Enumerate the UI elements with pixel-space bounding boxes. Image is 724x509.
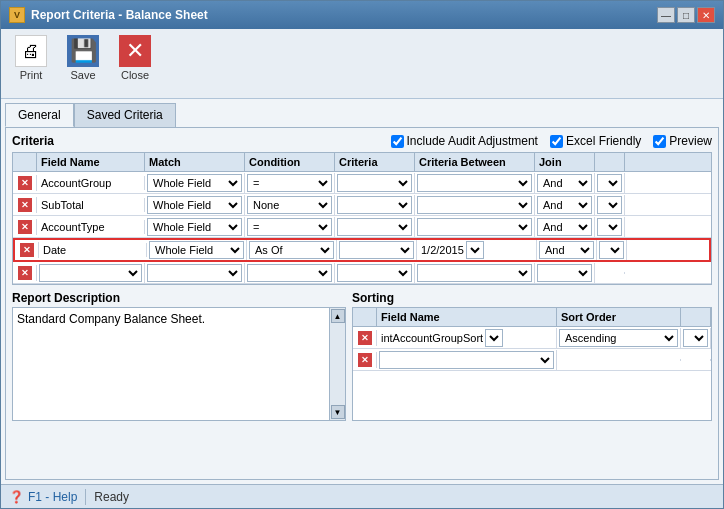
row1-criteria-select[interactable] [337,174,412,192]
excel-friendly-option[interactable]: Excel Friendly [550,134,641,148]
sort-row: ✕ intAccountGroupSort AscendingDescendin… [353,327,711,349]
row1-join-select[interactable]: AndOr [537,174,592,192]
criteria-row-highlighted: ✕ Date Whole FieldWhole As Of=None 1/2/2 [13,238,711,262]
row4-condition-select[interactable]: As Of=None [249,241,334,259]
row2-join-cell: And [535,195,595,215]
scroll-up-arrow[interactable]: ▲ [331,309,345,323]
row2-x-cell: ✕ [13,197,37,213]
row4-field-value: Date [41,244,68,256]
row3-join2-select[interactable] [597,218,622,236]
row3-condition-select[interactable]: =NoneAs Of [247,218,332,236]
row3-delete-button[interactable]: ✕ [18,220,32,234]
include-audit-option[interactable]: Include Audit Adjustment [391,134,538,148]
row5-between-select[interactable] [417,264,532,282]
row2-join-select[interactable]: And [537,196,592,214]
minimize-button[interactable]: — [657,7,675,23]
row5-between-cell [415,263,535,283]
row4-delete-button[interactable]: ✕ [20,243,34,257]
sort-row1-x-cell: ✕ [353,330,377,346]
row1-join2-select[interactable] [597,174,622,192]
row5-field-select[interactable] [39,264,142,282]
row4-join2-select[interactable] [599,241,624,259]
row3-criteria-select[interactable] [337,218,412,236]
row1-delete-button[interactable]: ✕ [18,176,32,190]
row5-condition-select[interactable] [247,264,332,282]
sort-row1-extra [681,328,711,348]
save-icon: 💾 [67,35,99,67]
close-button[interactable]: ✕ Close [113,33,157,83]
print-button[interactable]: 🖨 Print [9,33,53,83]
sort-row1-delete-button[interactable]: ✕ [358,331,372,345]
row2-delete-button[interactable]: ✕ [18,198,32,212]
row4-match-cell: Whole FieldWhole [147,240,247,260]
row1-criteria-cell [335,173,415,193]
scroll-down-arrow[interactable]: ▼ [331,405,345,419]
sort-row2-field-select[interactable] [379,351,554,369]
include-audit-checkbox[interactable] [391,135,404,148]
row5-join-select[interactable] [537,264,592,282]
row1-condition-select[interactable]: =NoneAs Of [247,174,332,192]
sort-row1-extra-select[interactable] [683,329,708,347]
row2-match-cell: Whole Field [145,195,245,215]
row2-match-select[interactable]: Whole Field [147,196,242,214]
maximize-button[interactable]: □ [677,7,695,23]
row2-between-cell [415,195,535,215]
row1-between-select[interactable] [417,174,532,192]
row5-match-select[interactable] [147,264,242,282]
row4-field-cell: Date [39,243,147,257]
criteria-row-empty: ✕ [13,262,711,284]
row4-between-cell: 1/2/2015 [417,240,537,260]
row2-between-select[interactable] [417,196,532,214]
save-label: Save [70,69,95,81]
row3-match-cell: Whole Field [145,217,245,237]
row2-condition-select[interactable]: None=As Of [247,196,332,214]
row4-criteria-select[interactable] [339,241,414,259]
row3-between-select[interactable] [417,218,532,236]
preview-checkbox[interactable] [653,135,666,148]
row2-condition-cell: None=As Of [245,195,335,215]
row3-join-select[interactable]: And [537,218,592,236]
row1-match-select[interactable]: Whole FieldWhole [147,174,242,192]
row4-between-select[interactable] [466,241,484,259]
row5-condition-cell [245,263,335,283]
row3-criteria-cell [335,217,415,237]
row4-join-select[interactable]: And [539,241,594,259]
sort-row1-field-select[interactable] [485,329,503,347]
row3-match-select[interactable]: Whole Field [147,218,242,236]
tab-content: Criteria Include Audit Adjustment Excel … [5,127,719,480]
sort-row-empty: ✕ [353,349,711,371]
row2-criteria-select[interactable] [337,196,412,214]
row5-match-cell [145,263,245,283]
header-criteria: Criteria [335,153,415,171]
report-desc-scrollbar[interactable]: ▲ ▼ [329,308,345,420]
main-content: General Saved Criteria Criteria Include … [1,99,723,484]
tab-saved-criteria[interactable]: Saved Criteria [74,103,176,127]
print-label: Print [20,69,43,81]
lower-section: Report Description Standard Company Bala… [12,291,712,421]
header-match: Match [145,153,245,171]
row2-join2-select[interactable] [597,196,622,214]
row5-delete-button[interactable]: ✕ [18,266,32,280]
row4-match-select[interactable]: Whole FieldWhole [149,241,244,259]
sort-row2-extra [681,359,711,361]
row5-criteria-select[interactable] [337,264,412,282]
row1-match-cell: Whole FieldWhole [145,173,245,193]
row5-join2-cell [595,272,625,274]
save-button[interactable]: 💾 Save [61,33,105,83]
tab-general[interactable]: General [5,103,74,127]
criteria-row: ✕ SubTotal Whole Field None=As Of [13,194,711,216]
row4-join-cell: And [537,240,597,260]
report-description: Report Description Standard Company Bala… [12,291,346,421]
excel-friendly-checkbox[interactable] [550,135,563,148]
criteria-row: ✕ AccountGroup Whole FieldWhole =NoneAs … [13,172,711,194]
row5-x-cell: ✕ [13,265,37,281]
criteria-header: Criteria Include Audit Adjustment Excel … [12,134,712,148]
row2-join2-cell [595,195,625,215]
help-link[interactable]: ❓ F1 - Help [9,490,77,504]
sort-row1-order-cell: AscendingDescending [557,328,681,348]
preview-option[interactable]: Preview [653,134,712,148]
sort-row1-order-select[interactable]: AscendingDescending [559,329,678,347]
window-close-button[interactable]: ✕ [697,7,715,23]
status-bar: ❓ F1 - Help Ready [1,484,723,508]
sort-row2-delete-button[interactable]: ✕ [358,353,372,367]
